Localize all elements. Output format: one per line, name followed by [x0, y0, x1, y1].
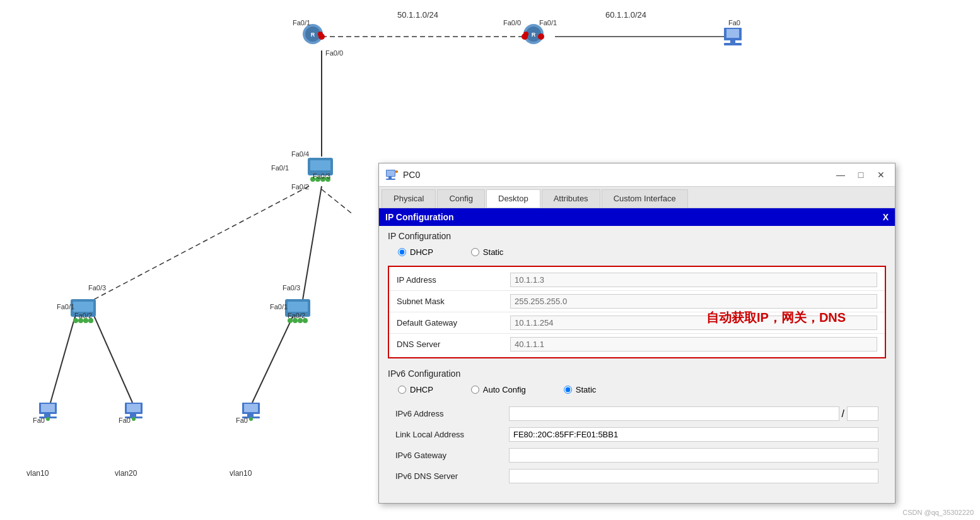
svg-rect-28 [724, 43, 742, 45]
ipv6-dhcp-text: DHCP [410, 385, 433, 394]
ip-mode-radio-group: DHCP Static [379, 244, 895, 261]
tab-config[interactable]: Config [437, 189, 485, 208]
dialog-title: PC0 [403, 170, 420, 180]
ipv6-static-radio[interactable] [564, 386, 572, 394]
ipv6-auto-radio[interactable] [471, 386, 479, 394]
ip-config-close[interactable]: X [883, 212, 889, 222]
ipv6-auto-label[interactable]: Auto Config [471, 385, 526, 394]
ipv6-auto-text: Auto Config [483, 385, 526, 394]
tab-bar: Physical Config Desktop Attributes Custo… [379, 187, 895, 208]
svg-point-85 [395, 170, 398, 173]
svg-rect-66 [130, 414, 136, 417]
dhcp-label: DHCP [410, 247, 433, 257]
svg-text:Fa0/1: Fa0/1 [539, 19, 557, 27]
svg-point-78 [522, 33, 528, 40]
subnet-mask-label: Subnet Mask [397, 297, 510, 306]
tab-desktop[interactable]: Desktop [486, 189, 540, 208]
dhcp-radio-label[interactable]: DHCP [398, 247, 433, 257]
ipv6-gateway-label: IPv6 Gateway [395, 451, 509, 460]
svg-text:Fa0/0: Fa0/0 [503, 19, 521, 27]
ipv6-address-input[interactable] [509, 406, 839, 421]
dns-server-label: DNS Server [397, 340, 510, 349]
ip-config-header-title: IP Configuration [385, 212, 454, 222]
svg-text:Fa0/3: Fa0/3 [283, 284, 300, 292]
dns-server-input[interactable] [510, 337, 877, 352]
link-local-label: Link Local Address [395, 430, 509, 439]
svg-text:50.1.1.0/24: 50.1.1.0/24 [397, 10, 438, 20]
default-gateway-label: Default Gateway [397, 318, 510, 328]
svg-text:Fa0: Fa0 [728, 19, 740, 27]
svg-text:Fa0/3: Fa0/3 [313, 172, 330, 180]
ipv6-dhcp-radio[interactable] [398, 386, 406, 394]
svg-rect-65 [127, 404, 141, 412]
svg-text:Fa0: Fa0 [236, 417, 248, 424]
svg-rect-82 [387, 170, 395, 176]
ipv6-mode-radio-group: DHCP Auto Config Static [379, 381, 895, 398]
dhcp-radio[interactable] [398, 248, 406, 256]
ipv6-gateway-row: IPv6 Gateway [388, 445, 886, 466]
svg-rect-73 [247, 414, 254, 417]
svg-rect-26 [726, 29, 739, 38]
pc-icon [385, 168, 398, 181]
svg-text:R: R [311, 32, 315, 38]
ip-config-section-title: IP Configuration [379, 226, 895, 244]
svg-rect-30 [310, 160, 330, 170]
svg-point-75 [249, 417, 253, 421]
svg-text:Fa0/2: Fa0/2 [288, 312, 305, 319]
svg-text:vlan10: vlan10 [26, 469, 49, 478]
dns-server-row: DNS Server [389, 334, 885, 355]
svg-rect-58 [41, 404, 55, 412]
tab-custom-interface[interactable]: Custom Interface [602, 189, 688, 208]
dialog-window-controls: — □ ✕ [833, 167, 889, 182]
subnet-mask-input[interactable] [510, 294, 877, 309]
svg-text:Fa0/2: Fa0/2 [74, 312, 92, 319]
svg-text:Fa0/1: Fa0/1 [293, 19, 310, 27]
svg-text:Fa0: Fa0 [33, 417, 45, 424]
svg-point-79 [538, 33, 544, 40]
svg-text:60.1.1.0/24: 60.1.1.0/24 [605, 10, 646, 20]
ipv6-fields-group: IPv6 Address / Link Local Address IPv6 G… [388, 403, 886, 487]
maximize-button[interactable]: □ [853, 167, 868, 182]
tab-attributes[interactable]: Attributes [542, 189, 600, 208]
svg-rect-84 [386, 179, 395, 180]
svg-rect-83 [388, 177, 392, 179]
ip-address-input[interactable] [510, 273, 877, 287]
ipv6-dns-input[interactable] [509, 469, 878, 483]
ipv6-gateway-input[interactable] [509, 448, 878, 463]
svg-text:R: R [532, 32, 536, 38]
ipv6-address-label: IPv6 Address [395, 409, 509, 418]
ip-address-label: IP Address [397, 275, 510, 285]
svg-text:Fa0: Fa0 [119, 417, 131, 424]
ip-config-header: IP Configuration X [379, 208, 895, 226]
watermark: CSDN @qq_35302220 [902, 509, 974, 516]
ipv6-section-title: IPv6 Configuration [379, 363, 895, 381]
dialog-title-area: PC0 [385, 168, 420, 181]
svg-text:Fa0/4: Fa0/4 [291, 150, 309, 158]
svg-rect-40 [73, 302, 93, 312]
ipv6-address-row: IPv6 Address / [388, 403, 886, 424]
svg-point-61 [46, 417, 50, 421]
static-label: Static [483, 247, 504, 257]
ipv6-static-label[interactable]: Static [564, 385, 597, 394]
svg-rect-59 [44, 414, 50, 417]
link-local-input[interactable] [509, 427, 878, 442]
ipv6-dhcp-label[interactable]: DHCP [398, 385, 433, 394]
pc0-dialog: PC0 — □ ✕ Physical Config Desktop Attrib… [378, 163, 895, 504]
dialog-content: IP Configuration X IP Configuration DHCP… [379, 208, 895, 497]
svg-rect-27 [730, 40, 735, 43]
svg-rect-49 [288, 302, 308, 312]
svg-text:vlan20: vlan20 [115, 469, 137, 478]
static-radio-label[interactable]: Static [471, 247, 504, 257]
close-button[interactable]: ✕ [873, 167, 889, 182]
ipv6-address-group: / [509, 406, 878, 421]
svg-text:Fa0/1: Fa0/1 [270, 303, 288, 310]
tab-physical[interactable]: Physical [382, 189, 436, 208]
ipv6-prefix-input[interactable] [847, 406, 878, 421]
ipv6-dns-row: IPv6 DNS Server [388, 466, 886, 487]
ipv6-dns-label: IPv6 DNS Server [395, 471, 509, 481]
static-radio[interactable] [471, 248, 479, 256]
svg-point-68 [132, 417, 136, 421]
annotation-text: 自动获取IP，网关，DNS [706, 309, 846, 326]
svg-point-80 [318, 33, 325, 40]
minimize-button[interactable]: — [833, 167, 848, 182]
